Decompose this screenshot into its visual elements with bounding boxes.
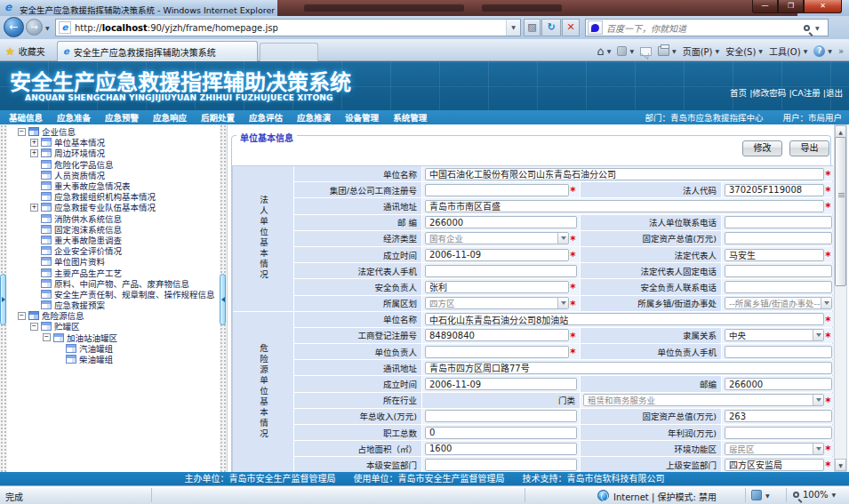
dropdown-arrow-icon[interactable]	[821, 298, 831, 308]
mail-button[interactable]	[640, 47, 652, 56]
text-input[interactable]: 370205F119008	[725, 184, 824, 196]
select-input[interactable]: 国有企业	[425, 232, 569, 244]
expand-icon[interactable]: +	[30, 204, 38, 212]
text-input[interactable]: 266000	[425, 216, 577, 228]
overflow-chevron[interactable]: »	[838, 46, 844, 56]
browser-tab[interactable]: e 安全生产应急救援指挥辅助决策系统	[57, 41, 258, 61]
close-button[interactable]: ✕	[804, 0, 842, 13]
tree-node[interactable]: 柴油罐组	[7, 354, 220, 364]
tree-node[interactable]: 企业安全评价情况	[7, 245, 220, 256]
history-dropdown-icon[interactable]: ▼	[45, 25, 50, 31]
tree-node[interactable]: −加油站油罐区	[7, 332, 220, 343]
text-input[interactable]: 0	[425, 427, 577, 439]
stop-button[interactable]: ✕	[562, 19, 580, 36]
nav-item[interactable]: 系统管理	[393, 111, 427, 124]
back-button[interactable]: ←	[4, 17, 24, 37]
forward-button[interactable]: →	[26, 19, 43, 36]
tree-node[interactable]: −危险源信息	[7, 310, 220, 321]
text-input[interactable]: 中石化山东青岛石油分公司8加油站	[425, 313, 824, 325]
text-input[interactable]	[725, 346, 832, 358]
select-input[interactable]: 租赁和商务服务业	[583, 394, 824, 406]
collapse-icon[interactable]: −	[18, 128, 26, 136]
select-input[interactable]: 中央	[725, 329, 824, 341]
text-input[interactable]	[425, 459, 577, 471]
nav-item[interactable]: 应急推演	[297, 111, 331, 124]
tree-node[interactable]: 汽油罐组	[7, 343, 220, 354]
text-input[interactable]	[725, 232, 832, 244]
text-input[interactable]: 2006-11-09	[425, 249, 569, 261]
text-input[interactable]	[425, 265, 577, 277]
minimize-button[interactable]: —	[752, 0, 778, 13]
dropdown-arrow-icon[interactable]	[813, 330, 823, 340]
right-splitter[interactable]	[220, 124, 227, 472]
tree-node[interactable]: +单位基本情况	[7, 137, 220, 148]
print-button[interactable]: ▼	[658, 46, 677, 56]
nav-item[interactable]: 后期处置	[201, 111, 235, 124]
feeds-button[interactable]: ▼	[617, 46, 634, 56]
new-tab-button[interactable]	[260, 43, 318, 61]
select-input[interactable]: --所属乡镇/街道办事处--	[725, 297, 832, 309]
expand-icon[interactable]: +	[30, 149, 38, 157]
nav-item[interactable]: 应急准备	[57, 111, 91, 124]
favorites-button[interactable]: ★ 收藏夹	[5, 44, 45, 58]
text-input[interactable]: 266000	[725, 378, 832, 390]
left-splitter[interactable]	[0, 124, 7, 472]
compatibility-view-button[interactable]: ▨	[524, 19, 541, 36]
select-input[interactable]: 居民区	[725, 443, 824, 455]
scrollbar-thumb[interactable]	[835, 137, 846, 286]
text-input[interactable]	[725, 281, 832, 293]
text-input[interactable]: 四方区安监局	[725, 459, 824, 471]
tree-node[interactable]: 安全生产责任制、规章制度、操作规程信息	[7, 289, 220, 300]
text-input[interactable]: 2006-11-09	[425, 378, 577, 390]
scroll-down-arrow[interactable]: ▼	[835, 459, 846, 471]
dropdown-arrow-icon[interactable]	[557, 233, 568, 244]
dropdown-arrow-icon[interactable]	[557, 298, 568, 308]
text-input[interactable]: 中国石油化工股份有限公司山东青岛石油分公司	[425, 168, 824, 180]
collapse-icon[interactable]: −	[18, 312, 26, 320]
expand-icon[interactable]: +	[30, 139, 38, 147]
collapse-icon[interactable]: −	[30, 323, 38, 331]
text-input[interactable]	[725, 427, 832, 439]
header-link[interactable]: CA注册	[792, 88, 821, 98]
text-input[interactable]	[425, 184, 569, 196]
collapse-icon[interactable]: −	[43, 333, 51, 341]
tree-node[interactable]: 应急救援预案	[7, 300, 220, 310]
header-link[interactable]: 退出	[826, 88, 843, 98]
search-icon[interactable]	[797, 23, 815, 33]
modify-button[interactable]: 修改	[742, 140, 782, 156]
menu-safety[interactable]: 安全(S)▼	[725, 44, 763, 58]
home-button[interactable]: ⌂▼	[597, 45, 612, 57]
text-input[interactable]: 张利	[425, 281, 569, 293]
text-input[interactable]	[725, 216, 832, 228]
search-box[interactable]: 百度一下，你就知道 ▼	[585, 19, 829, 36]
nav-item[interactable]: 设备管理	[345, 111, 379, 124]
nav-item[interactable]: 应急评估	[249, 111, 283, 124]
url-field[interactable]: e http://localhost:90/yjzh/frame/homepag…	[55, 19, 521, 36]
text-input[interactable]	[725, 265, 832, 277]
header-link[interactable]: 首页	[730, 88, 747, 98]
text-input[interactable]: 马安生	[725, 249, 824, 261]
maximize-button[interactable]: ❐	[778, 0, 804, 13]
dropdown-arrow-icon[interactable]	[813, 395, 823, 405]
nav-item[interactable]: 应急响应	[153, 111, 187, 124]
select-input[interactable]: 四方区	[425, 297, 569, 309]
search-dropdown-icon[interactable]: ▼	[815, 25, 828, 31]
export-button[interactable]: 导出	[789, 140, 829, 156]
refresh-button[interactable]: ↻	[541, 19, 561, 36]
menu-page[interactable]: 页面(P)▼	[683, 44, 719, 58]
text-input[interactable]: 263	[725, 410, 832, 422]
tree-node[interactable]: 危险化学品信息	[7, 159, 220, 170]
menu-tools[interactable]: 工具(O)▼	[769, 44, 807, 58]
text-input[interactable]: 青岛市市南区百盛	[425, 200, 824, 212]
dropdown-arrow-icon[interactable]	[813, 444, 823, 454]
text-input[interactable]: 1600	[425, 443, 577, 455]
tree-node[interactable]: −企业信息	[7, 126, 220, 137]
privacy-button[interactable]: ▼	[751, 490, 770, 500]
nav-item[interactable]: 基础信息	[9, 111, 43, 124]
text-input[interactable]: 84890840	[425, 329, 569, 341]
vertical-scrollbar[interactable]: ▲ ▼	[834, 124, 847, 472]
text-input[interactable]: 青岛市四方区周口路77号	[425, 362, 832, 374]
zoom-control[interactable]: 100%▼	[793, 490, 836, 500]
text-input[interactable]	[425, 346, 569, 358]
url-dropdown-icon[interactable]: ▼	[506, 20, 520, 36]
